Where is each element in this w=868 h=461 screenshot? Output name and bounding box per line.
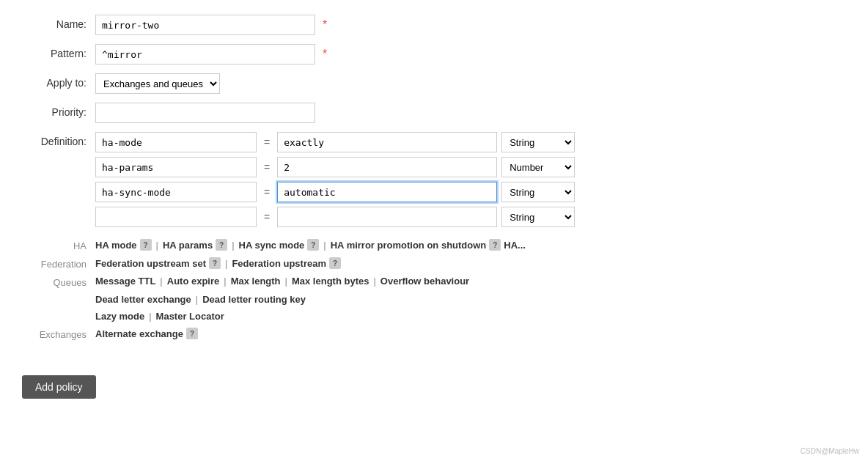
hint-link-ha-mirror-promotion-on-shutdown[interactable]: HA mirror promotion on shutdown — [331, 240, 487, 251]
def-type-select-1[interactable]: StringNumberBooleanList — [501, 157, 575, 177]
hint-badge[interactable]: ? — [329, 257, 341, 269]
hint-separator: | — [323, 240, 326, 251]
definition-label: Definition: — [22, 132, 95, 147]
hint-link-max-length[interactable]: Max length — [231, 276, 281, 287]
hint-link-federation-upstream[interactable]: Federation upstream — [232, 258, 326, 269]
hint-separator: | — [196, 294, 198, 305]
hint-links: Federation upstream set?|Federation upst… — [95, 257, 846, 269]
hint-link-ha...[interactable]: HA... — [504, 240, 526, 251]
hint-row-Exchanges: ExchangesAlternate exchange? — [22, 328, 846, 340]
hint-category-Queues: Queues — [22, 276, 95, 288]
hint-badge[interactable]: ? — [140, 239, 152, 251]
definition-row: Definition: =StringNumberBooleanList=Str… — [22, 132, 846, 227]
def-key-input-1[interactable] — [95, 157, 257, 177]
apply-select[interactable]: Exchanges and queuesExchangesQueues — [95, 73, 220, 94]
definition-row-3: =StringNumberBooleanList — [95, 207, 575, 227]
priority-input[interactable] — [95, 103, 315, 123]
hint-separator: | — [160, 276, 162, 287]
definition-row-1: =StringNumberBooleanList — [95, 157, 575, 177]
definition-row-2: =StringNumberBooleanList — [95, 182, 575, 202]
hint-links: Message TTL|Auto expire|Max length|Max l… — [95, 276, 846, 287]
hint-category-Exchanges: Exchanges — [22, 328, 95, 340]
hint-category-HA: HA — [22, 239, 95, 251]
definition-row-0: =StringNumberBooleanList — [95, 132, 575, 152]
pattern-input[interactable] — [95, 44, 315, 64]
add-policy-container: Add policy — [22, 358, 846, 399]
hint-row-Federation: FederationFederation upstream set?|Feder… — [22, 257, 846, 270]
hint-badge[interactable]: ? — [186, 328, 198, 339]
hint-links: Alternate exchange? — [95, 328, 846, 339]
pattern-control: * — [95, 44, 846, 64]
def-type-select-2[interactable]: StringNumberBooleanList — [501, 182, 575, 202]
hint-badge[interactable]: ? — [489, 239, 501, 251]
def-equals-2: = — [261, 186, 273, 198]
hint-category-Federation: Federation — [22, 257, 95, 270]
apply-control: Exchanges and queuesExchangesQueues — [95, 73, 846, 94]
hint-links: HA mode?|HA params?|HA sync mode?|HA mir… — [95, 239, 846, 251]
hint-separator: | — [285, 276, 287, 287]
hint-link-message-ttl[interactable]: Message TTL — [95, 276, 155, 287]
hint-row-Queues: QueuesMessage TTL|Auto expire|Max length… — [22, 276, 846, 288]
def-type-select-3[interactable]: StringNumberBooleanList — [501, 207, 575, 227]
hint-link-auto-expire[interactable]: Auto expire — [167, 276, 220, 287]
hint-separator: | — [149, 311, 151, 322]
priority-row: Priority: — [22, 103, 846, 123]
name-control: * — [95, 15, 846, 35]
hint-links: Lazy mode|Master Locator — [95, 311, 846, 322]
hint-badge[interactable]: ? — [307, 239, 319, 251]
name-required: * — [323, 18, 327, 32]
hint-category-empty — [22, 311, 95, 312]
hint-link-master-locator[interactable]: Master Locator — [156, 311, 224, 322]
def-equals-0: = — [261, 136, 273, 148]
hint-separator: | — [224, 276, 226, 287]
hint-separator: | — [156, 240, 158, 251]
hint-link-dead-letter-routing-key[interactable]: Dead letter routing key — [202, 294, 306, 305]
hint-row-sub: Dead letter exchange|Dead letter routing… — [22, 294, 846, 305]
hint-badge[interactable]: ? — [209, 257, 221, 269]
hint-badge[interactable]: ? — [216, 239, 227, 251]
hint-row-sub: Lazy mode|Master Locator — [22, 311, 846, 322]
def-value-input-1[interactable] — [277, 157, 497, 177]
add-policy-button[interactable]: Add policy — [22, 375, 96, 399]
def-key-input-3[interactable] — [95, 207, 257, 227]
def-value-input-2[interactable] — [277, 182, 497, 202]
hint-row-HA: HAHA mode?|HA params?|HA sync mode?|HA m… — [22, 239, 846, 251]
def-key-input-0[interactable] — [95, 132, 257, 152]
pattern-label: Pattern: — [22, 44, 95, 59]
watermark: CSDN@MapleHw — [801, 447, 859, 455]
name-label: Name: — [22, 15, 95, 30]
name-input[interactable] — [95, 15, 315, 35]
apply-label: Apply to: — [22, 73, 95, 89]
def-type-select-0[interactable]: StringNumberBooleanList — [501, 132, 575, 152]
hint-separator: | — [225, 258, 227, 269]
hint-link-overflow-behaviour[interactable]: Overflow behaviour — [380, 276, 469, 287]
def-equals-3: = — [261, 211, 273, 223]
hint-link-federation-upstream-set[interactable]: Federation upstream set — [95, 258, 206, 269]
def-equals-1: = — [261, 161, 273, 173]
hint-link-ha-sync-mode[interactable]: HA sync mode — [239, 240, 305, 251]
hint-separator: | — [232, 240, 234, 251]
hint-link-max-length-bytes[interactable]: Max length bytes — [292, 276, 369, 287]
hint-link-alternate-exchange[interactable]: Alternate exchange — [95, 328, 183, 339]
pattern-row: Pattern: * — [22, 44, 846, 64]
hint-category-empty — [22, 294, 95, 295]
def-key-input-2[interactable] — [95, 182, 257, 202]
apply-row: Apply to: Exchanges and queuesExchangesQ… — [22, 73, 846, 94]
def-value-input-3[interactable] — [277, 207, 497, 227]
priority-label: Priority: — [22, 103, 95, 118]
hint-link-dead-letter-exchange[interactable]: Dead letter exchange — [95, 294, 191, 305]
pattern-required: * — [323, 48, 327, 61]
hint-links: Dead letter exchange|Dead letter routing… — [95, 294, 846, 305]
def-value-input-0[interactable] — [277, 132, 497, 152]
hints-section: HAHA mode?|HA params?|HA sync mode?|HA m… — [22, 239, 846, 340]
definition-section: =StringNumberBooleanList=StringNumberBoo… — [95, 132, 575, 227]
hint-separator: | — [373, 276, 375, 287]
hint-link-lazy-mode[interactable]: Lazy mode — [95, 311, 144, 322]
hint-link-ha-params[interactable]: HA params — [163, 240, 213, 251]
name-row: Name: * — [22, 15, 846, 35]
hint-link-ha-mode[interactable]: HA mode — [95, 240, 137, 251]
priority-control — [95, 103, 846, 123]
